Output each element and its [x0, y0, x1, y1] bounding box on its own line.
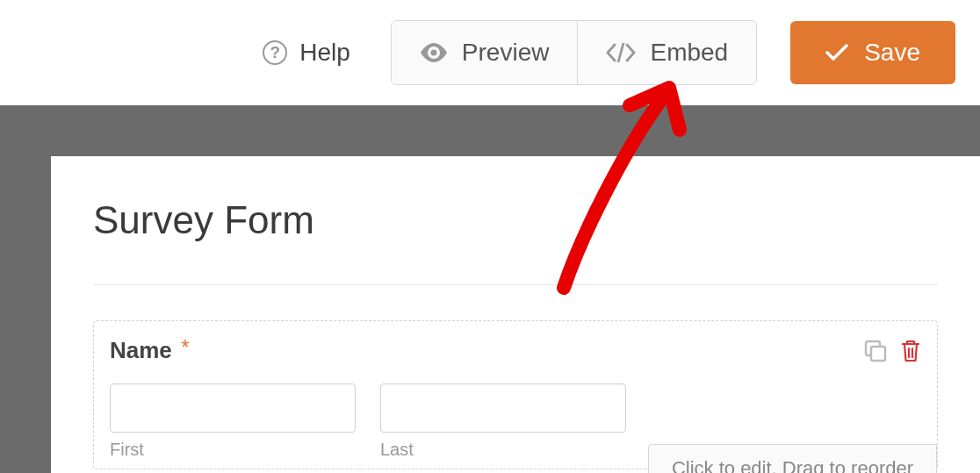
help-label: Help	[299, 39, 350, 67]
required-marker: *	[181, 335, 189, 359]
svg-rect-2	[871, 347, 885, 361]
code-icon	[606, 43, 636, 62]
form-title[interactable]: Survey Form	[93, 198, 938, 242]
preview-button[interactable]: Preview	[392, 21, 578, 84]
embed-button[interactable]: Embed	[577, 21, 756, 84]
first-name-column: First	[110, 383, 356, 460]
duplicate-icon[interactable]	[863, 339, 888, 363]
save-label: Save	[864, 39, 920, 67]
last-name-column: Last	[380, 383, 626, 460]
field-actions	[863, 339, 921, 363]
name-field-block[interactable]: Name * First	[93, 320, 938, 469]
field-label: Name	[110, 337, 172, 363]
divider	[93, 284, 938, 285]
svg-point-0	[430, 50, 436, 56]
form-canvas: Survey Form Name *	[0, 105, 980, 473]
field-label-wrap: Name *	[110, 337, 190, 364]
field-header: Name *	[110, 337, 921, 364]
form-card: Survey Form Name *	[51, 156, 980, 473]
toolbar: ? Help Preview Embed Save	[0, 0, 980, 105]
help-icon: ?	[263, 40, 287, 65]
preview-label: Preview	[462, 39, 550, 67]
embed-label: Embed	[650, 39, 728, 67]
preview-embed-group: Preview Embed	[391, 20, 757, 85]
save-button[interactable]: Save	[790, 21, 955, 84]
check-icon	[825, 44, 848, 61]
help-button[interactable]: ? Help	[238, 26, 375, 79]
last-name-sublabel: Last	[380, 440, 626, 460]
first-name-input[interactable]	[110, 383, 356, 433]
first-name-sublabel: First	[110, 440, 356, 460]
trash-icon[interactable]	[900, 339, 921, 363]
reorder-hint: Click to edit. Drag to reorder	[648, 444, 937, 473]
eye-icon	[420, 43, 448, 62]
last-name-input[interactable]	[380, 383, 626, 433]
